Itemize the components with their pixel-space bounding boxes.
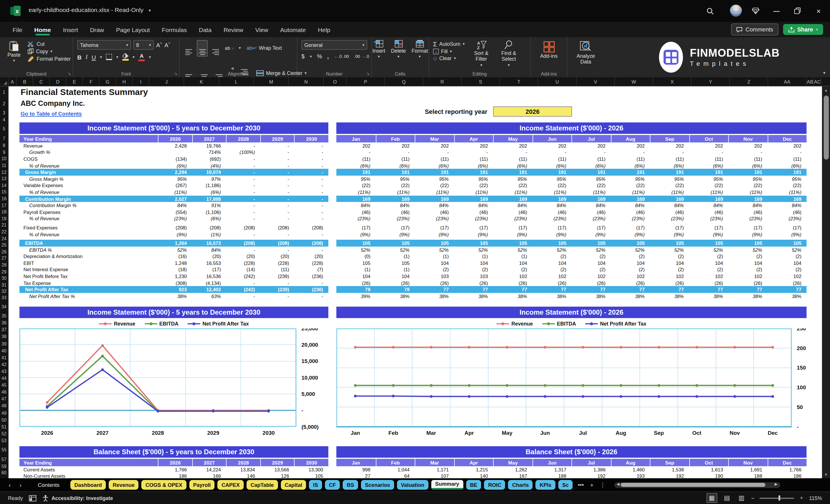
value-cell[interactable]: (208) <box>260 225 294 230</box>
row-label-cell[interactable]: Gross Margin % <box>20 176 158 182</box>
number-format-select[interactable]: General▾ <box>301 40 367 50</box>
column-header-T[interactable]: T <box>500 77 538 86</box>
value-cell[interactable]: 191 <box>650 169 689 175</box>
value-cell[interactable]: (22) <box>571 183 611 189</box>
column-header-U[interactable]: U <box>538 77 577 86</box>
addins-button[interactable]: Add-ins <box>535 41 563 59</box>
value-cell[interactable]: (9%) <box>337 231 376 237</box>
value-cell[interactable]: (23%) <box>728 216 767 222</box>
value-cell[interactable]: 191 <box>571 169 611 175</box>
value-cell[interactable]: 19,766 <box>192 143 226 149</box>
value-cell[interactable]: 38% <box>728 293 767 299</box>
value-cell[interactable]: (2) <box>415 267 454 273</box>
clipboard-dialog-launcher[interactable]: ↘ <box>67 71 71 76</box>
fill-color-button[interactable] <box>122 54 128 61</box>
value-cell[interactable]: (6%) <box>650 163 689 168</box>
value-cell[interactable]: 84% <box>611 202 650 208</box>
value-cell[interactable]: 1,766 <box>158 467 192 473</box>
sheet-tab-summary[interactable]: Summary <box>431 480 463 490</box>
value-cell[interactable]: - <box>260 196 294 202</box>
column-header-H[interactable]: H <box>116 77 133 86</box>
value-cell[interactable]: - <box>493 150 532 155</box>
column-header-Y[interactable]: Y <box>692 77 730 86</box>
align-bottom-button[interactable] <box>210 40 221 57</box>
value-cell[interactable]: 102 <box>689 274 728 279</box>
value-cell[interactable]: 95% <box>767 176 806 182</box>
value-cell[interactable]: (26) <box>571 280 611 286</box>
column-header-V[interactable]: V <box>577 77 615 86</box>
value-cell[interactable]: (239) <box>260 287 294 293</box>
value-cell[interactable]: (1) <box>493 254 532 259</box>
value-cell[interactable]: (236) <box>294 287 328 293</box>
value-cell[interactable]: 202 <box>650 143 689 149</box>
value-cell[interactable]: 202 <box>571 143 611 149</box>
column-header-W[interactable]: W <box>615 77 653 86</box>
value-cell[interactable]: 169 <box>728 196 767 202</box>
value-cell[interactable]: (26) <box>728 280 767 286</box>
sheet-tab-cf[interactable]: CF <box>325 480 340 490</box>
value-cell[interactable]: (1) <box>415 254 454 259</box>
value-cell[interactable]: 52% <box>650 247 689 253</box>
value-cell[interactable]: 38% <box>454 293 493 299</box>
value-cell[interactable]: 191 <box>689 169 728 175</box>
value-cell[interactable]: (208) <box>294 225 328 230</box>
value-cell[interactable]: 97% <box>192 176 226 182</box>
value-cell[interactable]: - <box>294 176 328 182</box>
value-cell[interactable]: - <box>454 150 493 155</box>
value-cell[interactable]: 2,027 <box>158 196 192 202</box>
value-cell[interactable]: (2) <box>689 267 728 273</box>
value-cell[interactable]: (267) <box>158 183 192 189</box>
value-cell[interactable]: 1,171 <box>415 467 454 473</box>
value-cell[interactable]: (22) <box>611 183 650 189</box>
value-cell[interactable]: 77 <box>611 287 650 293</box>
value-cell[interactable]: 77 <box>767 287 806 293</box>
zoom-slider[interactable] <box>759 497 794 499</box>
value-cell[interactable]: - <box>767 150 806 155</box>
value-cell[interactable]: 104 <box>454 260 493 266</box>
column-header-X[interactable]: X <box>653 77 692 86</box>
value-cell[interactable]: (23%) <box>650 216 689 222</box>
row-header-27[interactable]: 27 <box>0 255 8 262</box>
menu-tab-help[interactable]: Help <box>318 24 330 35</box>
value-cell[interactable]: (11%) <box>650 189 689 195</box>
value-cell[interactable]: (6%) <box>493 163 532 168</box>
value-cell[interactable]: 95% <box>650 176 689 182</box>
underline-button[interactable]: U <box>92 54 96 61</box>
value-cell[interactable]: - <box>532 150 571 155</box>
value-cell[interactable]: 38% <box>611 293 650 299</box>
value-cell[interactable]: - <box>226 143 260 149</box>
value-cell[interactable]: 95% <box>415 176 454 182</box>
value-cell[interactable]: 2,294 <box>158 169 192 175</box>
column-header-E[interactable]: E <box>66 77 83 86</box>
value-cell[interactable]: 102 <box>728 274 767 279</box>
column-header-N[interactable]: N <box>289 77 324 86</box>
row-header-53[interactable]: 53 <box>0 437 8 444</box>
value-cell[interactable]: (11%) <box>376 189 415 195</box>
value-cell[interactable]: (23%) <box>767 216 806 222</box>
column-header-P[interactable]: P <box>347 77 385 86</box>
value-cell[interactable]: 105 <box>728 240 767 246</box>
value-cell[interactable]: (9%) <box>611 231 650 237</box>
value-cell[interactable]: (22) <box>532 183 571 189</box>
more-sheets-button[interactable]: ••• <box>578 482 584 488</box>
row-header-52[interactable]: 52 <box>0 431 8 437</box>
value-cell[interactable]: (9%) <box>532 231 571 237</box>
value-cell[interactable]: 13,300 <box>294 467 328 473</box>
excel-app-icon[interactable]: x <box>10 6 21 16</box>
value-cell[interactable]: (2) <box>650 254 689 259</box>
value-cell[interactable]: (26) <box>689 280 728 286</box>
value-cell[interactable]: - <box>260 150 294 155</box>
value-cell[interactable]: 191 <box>532 169 571 175</box>
column-header-O[interactable]: O <box>324 77 347 86</box>
value-cell[interactable]: 84% <box>415 202 454 208</box>
value-cell[interactable]: (26) <box>767 280 806 286</box>
row-header-38[interactable]: 38 <box>0 334 8 340</box>
select-all-corner[interactable] <box>0 77 8 86</box>
value-cell[interactable]: 77 <box>650 287 689 293</box>
value-cell[interactable]: 191 <box>611 169 650 175</box>
value-cell[interactable]: 202 <box>376 143 415 149</box>
menu-tab-automate[interactable]: Automate <box>280 24 306 35</box>
row-header-50[interactable]: 50 <box>0 416 8 423</box>
value-cell[interactable]: (23%) <box>454 216 493 222</box>
value-cell[interactable]: 191 <box>767 169 806 175</box>
